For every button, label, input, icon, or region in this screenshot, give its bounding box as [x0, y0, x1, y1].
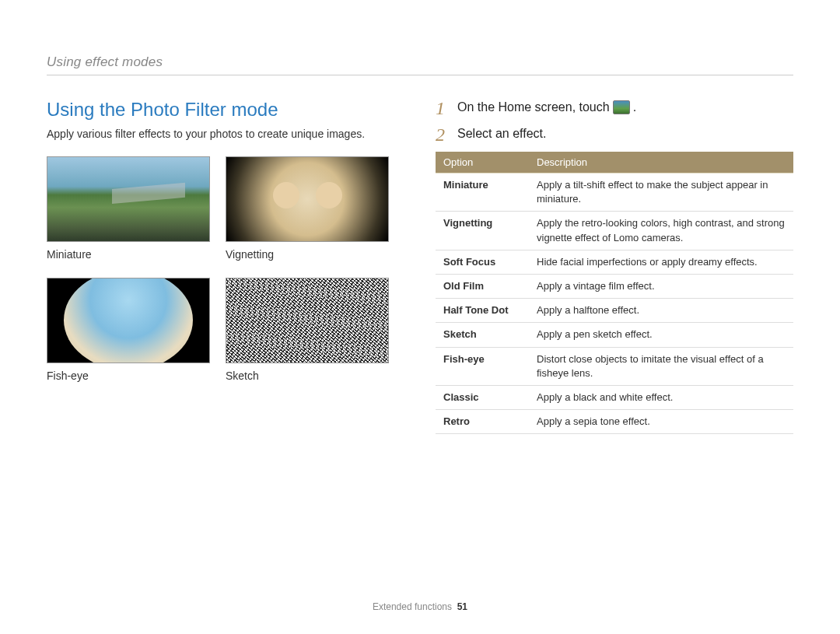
sample-thumb-sketch — [226, 278, 389, 363]
step-2: 2 Select an effect. — [436, 125, 793, 144]
left-column: Using the Photo Filter mode Apply variou… — [47, 99, 404, 434]
option-name: Retro — [436, 410, 529, 434]
option-desc: Apply a pen sketch effect. — [529, 323, 793, 347]
table-row: VignettingApply the retro-looking colors… — [436, 212, 793, 250]
option-name: Soft Focus — [436, 250, 529, 274]
option-desc: Apply a halftone effect. — [529, 299, 793, 323]
sample-grid: Miniature Vignetting Fish-eye Sketch — [47, 156, 404, 393]
option-name: Half Tone Dot — [436, 299, 529, 323]
option-name: Miniature — [436, 173, 529, 212]
option-desc: Apply the retro-looking colors, high con… — [529, 212, 793, 250]
sample-thumb-vignetting — [226, 156, 389, 242]
sample-label: Fish-eye — [47, 370, 210, 382]
option-desc: Hide facial imperfections or apply dream… — [529, 250, 793, 274]
step-text-before: On the Home screen, touch — [457, 100, 610, 114]
intro-text: Apply various filter effects to your pho… — [47, 127, 404, 142]
steps-list: 1 On the Home screen, touch . 2 Select a… — [436, 99, 793, 144]
table-row: ClassicApply a black and white effect. — [436, 385, 793, 409]
sample-thumb-fisheye — [47, 278, 210, 363]
option-name: Fish-eye — [436, 347, 529, 385]
step-text-after: . — [633, 100, 636, 114]
option-name: Vignetting — [436, 212, 529, 250]
table-header-option: Option — [436, 152, 529, 173]
step-text: Select an effect. — [457, 125, 546, 141]
table-row: Fish-eyeDistort close objects to imitate… — [436, 347, 793, 385]
option-name: Sketch — [436, 323, 529, 347]
step-number: 1 — [436, 99, 450, 117]
option-desc: Apply a vintage film effect. — [529, 274, 793, 298]
option-name: Old Film — [436, 274, 529, 298]
right-column: 1 On the Home screen, touch . 2 Select a… — [436, 99, 793, 434]
table-row: RetroApply a sepia tone effect. — [436, 410, 793, 434]
sample-label: Vignetting — [226, 248, 389, 261]
options-table: Option Description MiniatureApply a tilt… — [436, 152, 793, 434]
step-text-before: Select an effect. — [457, 127, 546, 141]
option-desc: Apply a tilt-shift effect to make the su… — [529, 173, 793, 212]
page-number: 51 — [457, 601, 467, 612]
option-name: Classic — [436, 385, 529, 409]
option-desc: Distort close objects to imitate the vis… — [529, 347, 793, 385]
table-row: MiniatureApply a tilt-shift effect to ma… — [436, 173, 793, 212]
photo-filter-icon — [613, 100, 630, 114]
sample-label: Sketch — [226, 370, 389, 382]
sample-thumb-miniature — [47, 156, 210, 242]
option-desc: Apply a sepia tone effect. — [529, 410, 793, 434]
table-row: Half Tone DotApply a halftone effect. — [436, 299, 793, 323]
step-text: On the Home screen, touch . — [457, 99, 636, 114]
page-footer: Extended functions 51 — [0, 601, 840, 612]
sample-label: Miniature — [47, 248, 210, 261]
step-1: 1 On the Home screen, touch . — [436, 99, 793, 117]
table-row: Old FilmApply a vintage film effect. — [436, 274, 793, 298]
option-desc: Apply a black and white effect. — [529, 385, 793, 409]
table-row: SketchApply a pen sketch effect. — [436, 323, 793, 347]
table-header-description: Description — [529, 152, 793, 173]
step-number: 2 — [436, 125, 450, 144]
breadcrumb: Using effect modes — [47, 54, 793, 75]
footer-section: Extended functions — [373, 601, 452, 612]
section-title: Using the Photo Filter mode — [47, 99, 404, 121]
table-row: Soft FocusHide facial imperfections or a… — [436, 250, 793, 274]
